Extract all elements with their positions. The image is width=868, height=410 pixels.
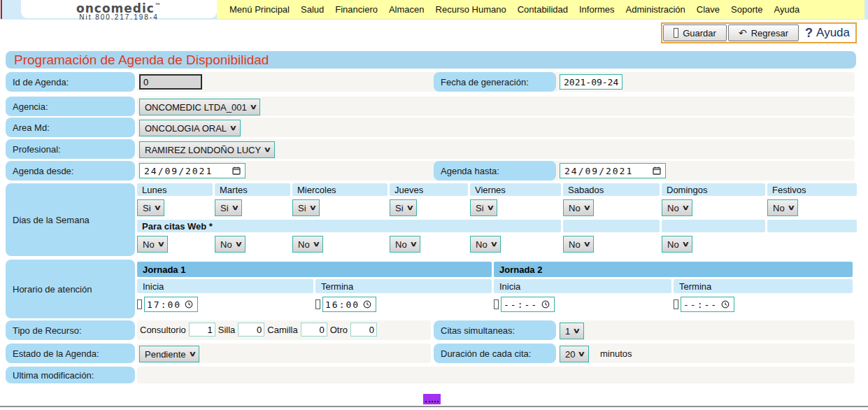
menu-item-clave[interactable]: Clave bbox=[691, 4, 725, 15]
agenda-hasta-input[interactable]: 24/09/2021 bbox=[560, 163, 666, 178]
jornada-2-inicia-input[interactable]: --:-- bbox=[501, 297, 555, 312]
citas-simultaneas-select[interactable]: 1∨ bbox=[560, 323, 584, 339]
estado-agenda-value: Pendiente bbox=[145, 349, 186, 360]
menu-item-salud[interactable]: Salud bbox=[295, 4, 329, 15]
clock-icon[interactable] bbox=[721, 300, 730, 309]
time-field-glyph bbox=[494, 299, 499, 309]
tipo-recurso-label: Tipo de Recurso: bbox=[6, 320, 135, 340]
web-select-lunes[interactable]: No∨ bbox=[137, 236, 168, 253]
day-select-lunes-value: Si bbox=[143, 203, 151, 213]
web-select-sabados[interactable]: No∨ bbox=[563, 236, 594, 253]
day-select-martes[interactable]: Si∨ bbox=[215, 199, 242, 216]
fecha-generacion-value[interactable]: 2021-09-24 bbox=[560, 74, 622, 90]
web-select-martes[interactable]: No∨ bbox=[215, 236, 246, 253]
bottom-divider bbox=[0, 406, 868, 407]
clock-icon[interactable] bbox=[363, 300, 371, 309]
day-header-domingos: Domingos bbox=[662, 183, 765, 196]
calendar-icon[interactable] bbox=[232, 167, 241, 175]
day-select-domingos[interactable]: No∨ bbox=[662, 199, 692, 216]
clock-icon[interactable] bbox=[185, 300, 193, 309]
camilla-label: Camilla bbox=[267, 325, 297, 335]
web-select-viernes-value: No bbox=[476, 239, 488, 250]
web-select-viernes[interactable]: No∨ bbox=[470, 236, 501, 253]
chevron-down-icon: ∨ bbox=[157, 241, 164, 248]
agenda-desde-input[interactable]: 24/09/2021 bbox=[139, 163, 246, 178]
silla-input[interactable] bbox=[238, 323, 264, 337]
jornada-2-header: Jornada 2 bbox=[494, 262, 853, 277]
menu-item-contabilidad[interactable]: Contabilidad bbox=[512, 4, 574, 15]
otro-input[interactable] bbox=[350, 323, 377, 337]
agencia-label: Agencia: bbox=[6, 97, 135, 116]
day-select-sabados[interactable]: No∨ bbox=[563, 199, 594, 216]
menu-item-informes[interactable]: Informes bbox=[574, 4, 620, 15]
jornada-1-termina-input[interactable]: 16:00 bbox=[322, 297, 376, 312]
chevron-down-icon: ∨ bbox=[681, 204, 689, 212]
row-band-area bbox=[137, 118, 855, 137]
web-select-jueves-value: No bbox=[395, 239, 407, 250]
profesional-select[interactable]: RAMIREZ LONDOÑO LUCY∨ bbox=[139, 141, 275, 158]
web-select-domingos[interactable]: No∨ bbox=[662, 236, 692, 253]
menu-item-recurso-humano[interactable]: Recurso Humano bbox=[430, 4, 512, 15]
brand-nit: Nit 800.217.198-4 bbox=[21, 14, 217, 21]
chevron-down-icon: ∨ bbox=[681, 241, 689, 248]
dias-semana-grid: Lunes Martes Miercoles Jueves Viernes Sa… bbox=[137, 183, 858, 254]
area-md-label: Area Md: bbox=[6, 118, 135, 137]
estado-agenda-select[interactable]: Pendiente∨ bbox=[139, 346, 199, 362]
dias-semana-label: Dias de la Semana bbox=[6, 183, 135, 256]
id-agenda-input[interactable] bbox=[139, 74, 202, 90]
agencia-select[interactable]: ONCOMEDIC LTDA_001∨ bbox=[139, 99, 260, 115]
save-button[interactable]: Guardar bbox=[663, 24, 727, 41]
purple-marker-dots bbox=[425, 401, 439, 402]
chevron-down-icon: ∨ bbox=[234, 241, 242, 248]
day-select-jueves[interactable]: Si∨ bbox=[390, 199, 417, 216]
web-header-fill bbox=[563, 220, 660, 232]
web-select-miercoles[interactable]: No∨ bbox=[292, 236, 323, 253]
web-select-jueves[interactable]: No∨ bbox=[390, 236, 420, 253]
duracion-cita-select[interactable]: 20∨ bbox=[560, 346, 589, 362]
day-select-domingos-value: No bbox=[667, 203, 679, 213]
day-select-martes-value: Si bbox=[220, 203, 229, 213]
day-select-sabados-value: No bbox=[569, 203, 581, 213]
chevron-down-icon: ∨ bbox=[188, 351, 196, 358]
chevron-down-icon: ∨ bbox=[583, 204, 590, 212]
row-band-ultima bbox=[137, 367, 855, 383]
web-select-lunes-value: No bbox=[143, 239, 155, 250]
jornada-1-inicia-input[interactable]: 17:00 bbox=[144, 297, 198, 312]
help-link[interactable]: ? Ayuda bbox=[799, 24, 855, 42]
back-button[interactable]: ↶ Regresar bbox=[728, 24, 799, 41]
day-select-viernes[interactable]: Si∨ bbox=[470, 199, 497, 216]
jornada-1-inicia-value: 17:00 bbox=[147, 299, 181, 310]
menu-item-soporte[interactable]: Soporte bbox=[725, 4, 769, 15]
calendar-icon[interactable] bbox=[653, 167, 661, 175]
day-select-lunes[interactable]: Si∨ bbox=[137, 199, 164, 216]
chevron-down-icon: ∨ bbox=[229, 125, 237, 132]
menu-item-financiero[interactable]: Financiero bbox=[329, 4, 383, 15]
jornada-2-termina-input[interactable]: --:-- bbox=[681, 297, 734, 312]
menu-item-almacen[interactable]: Almacen bbox=[383, 4, 430, 15]
day-select-festivos[interactable]: No∨ bbox=[767, 199, 798, 216]
area-md-select[interactable]: ONCOLOGIA ORAL∨ bbox=[139, 120, 241, 136]
day-header-festivos: Festivos bbox=[767, 183, 857, 196]
chevron-down-icon: ∨ bbox=[312, 241, 320, 248]
jornada-1-termina-header: Termina bbox=[315, 279, 492, 293]
web-header-fill bbox=[767, 220, 857, 232]
fecha-generacion-text: 2021-09-24 bbox=[564, 77, 618, 87]
clock-icon[interactable] bbox=[541, 300, 550, 309]
menu-item-menu-principal[interactable]: Menú Principal bbox=[224, 4, 295, 15]
consultorio-label: Consultorio bbox=[140, 325, 186, 335]
jornada-2-inicia-value: --:-- bbox=[504, 299, 538, 310]
help-link-label: Ayuda bbox=[816, 26, 850, 40]
app-window: oncomedic™ Nit 800.217.198-4 Menú Princi… bbox=[0, 0, 868, 410]
brand-name: oncomedic™ bbox=[21, 1, 217, 14]
brand-logo: oncomedic™ Nit 800.217.198-4 bbox=[21, 0, 217, 18]
day-select-miercoles[interactable]: Si∨ bbox=[292, 199, 320, 216]
horario-label: Horario de atención bbox=[6, 260, 135, 318]
day-header-jueves: Jueves bbox=[390, 183, 468, 196]
menu-item-ayuda[interactable]: Ayuda bbox=[769, 4, 806, 15]
consultorio-input[interactable] bbox=[189, 323, 215, 337]
camilla-input[interactable] bbox=[301, 323, 327, 337]
day-header-miercoles: Miercoles bbox=[292, 183, 387, 196]
menu-item-administracion[interactable]: Administración bbox=[620, 4, 691, 15]
chevron-down-icon: ∨ bbox=[308, 204, 316, 212]
save-icon bbox=[674, 28, 678, 38]
